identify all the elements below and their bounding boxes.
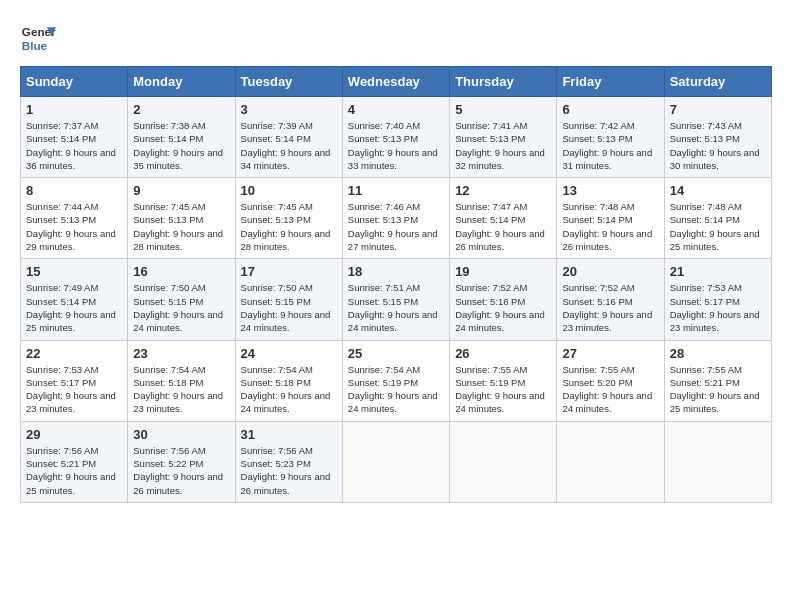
calendar-cell <box>342 421 449 502</box>
calendar-cell: 26Sunrise: 7:55 AMSunset: 5:19 PMDayligh… <box>450 340 557 421</box>
day-number: 25 <box>348 346 444 361</box>
day-info: Sunrise: 7:56 AMSunset: 5:23 PMDaylight:… <box>241 445 331 496</box>
header: General Blue <box>20 20 772 56</box>
logo: General Blue <box>20 20 56 56</box>
calendar-cell: 10Sunrise: 7:45 AMSunset: 5:13 PMDayligh… <box>235 178 342 259</box>
logo-icon: General Blue <box>20 20 56 56</box>
calendar-week-row: 1Sunrise: 7:37 AMSunset: 5:14 PMDaylight… <box>21 97 772 178</box>
calendar-table: SundayMondayTuesdayWednesdayThursdayFrid… <box>20 66 772 503</box>
day-number: 27 <box>562 346 658 361</box>
day-info: Sunrise: 7:45 AMSunset: 5:13 PMDaylight:… <box>241 201 331 252</box>
calendar-cell: 18Sunrise: 7:51 AMSunset: 5:15 PMDayligh… <box>342 259 449 340</box>
calendar-cell: 22Sunrise: 7:53 AMSunset: 5:17 PMDayligh… <box>21 340 128 421</box>
day-info: Sunrise: 7:53 AMSunset: 5:17 PMDaylight:… <box>670 282 760 333</box>
day-info: Sunrise: 7:44 AMSunset: 5:13 PMDaylight:… <box>26 201 116 252</box>
calendar-cell: 13Sunrise: 7:48 AMSunset: 5:14 PMDayligh… <box>557 178 664 259</box>
calendar-week-row: 15Sunrise: 7:49 AMSunset: 5:14 PMDayligh… <box>21 259 772 340</box>
day-number: 11 <box>348 183 444 198</box>
day-number: 5 <box>455 102 551 117</box>
day-number: 30 <box>133 427 229 442</box>
day-info: Sunrise: 7:49 AMSunset: 5:14 PMDaylight:… <box>26 282 116 333</box>
day-info: Sunrise: 7:42 AMSunset: 5:13 PMDaylight:… <box>562 120 652 171</box>
day-info: Sunrise: 7:52 AMSunset: 5:16 PMDaylight:… <box>455 282 545 333</box>
calendar-cell: 21Sunrise: 7:53 AMSunset: 5:17 PMDayligh… <box>664 259 771 340</box>
day-info: Sunrise: 7:37 AMSunset: 5:14 PMDaylight:… <box>26 120 116 171</box>
day-number: 22 <box>26 346 122 361</box>
day-number: 21 <box>670 264 766 279</box>
day-number: 15 <box>26 264 122 279</box>
day-info: Sunrise: 7:50 AMSunset: 5:15 PMDaylight:… <box>133 282 223 333</box>
calendar-week-row: 8Sunrise: 7:44 AMSunset: 5:13 PMDaylight… <box>21 178 772 259</box>
day-info: Sunrise: 7:54 AMSunset: 5:19 PMDaylight:… <box>348 364 438 415</box>
day-number: 9 <box>133 183 229 198</box>
calendar-cell: 1Sunrise: 7:37 AMSunset: 5:14 PMDaylight… <box>21 97 128 178</box>
day-number: 26 <box>455 346 551 361</box>
day-info: Sunrise: 7:56 AMSunset: 5:21 PMDaylight:… <box>26 445 116 496</box>
day-number: 17 <box>241 264 337 279</box>
day-info: Sunrise: 7:38 AMSunset: 5:14 PMDaylight:… <box>133 120 223 171</box>
calendar-cell: 4Sunrise: 7:40 AMSunset: 5:13 PMDaylight… <box>342 97 449 178</box>
calendar-cell <box>450 421 557 502</box>
calendar-cell: 29Sunrise: 7:56 AMSunset: 5:21 PMDayligh… <box>21 421 128 502</box>
day-info: Sunrise: 7:45 AMSunset: 5:13 PMDaylight:… <box>133 201 223 252</box>
weekday-header-friday: Friday <box>557 67 664 97</box>
calendar-cell: 17Sunrise: 7:50 AMSunset: 5:15 PMDayligh… <box>235 259 342 340</box>
day-info: Sunrise: 7:48 AMSunset: 5:14 PMDaylight:… <box>562 201 652 252</box>
weekday-header-monday: Monday <box>128 67 235 97</box>
day-info: Sunrise: 7:52 AMSunset: 5:16 PMDaylight:… <box>562 282 652 333</box>
day-info: Sunrise: 7:43 AMSunset: 5:13 PMDaylight:… <box>670 120 760 171</box>
weekday-header-wednesday: Wednesday <box>342 67 449 97</box>
day-number: 14 <box>670 183 766 198</box>
calendar-cell: 31Sunrise: 7:56 AMSunset: 5:23 PMDayligh… <box>235 421 342 502</box>
calendar-cell: 15Sunrise: 7:49 AMSunset: 5:14 PMDayligh… <box>21 259 128 340</box>
day-info: Sunrise: 7:40 AMSunset: 5:13 PMDaylight:… <box>348 120 438 171</box>
day-number: 20 <box>562 264 658 279</box>
calendar-cell <box>557 421 664 502</box>
day-number: 23 <box>133 346 229 361</box>
calendar-cell: 27Sunrise: 7:55 AMSunset: 5:20 PMDayligh… <box>557 340 664 421</box>
weekday-header-tuesday: Tuesday <box>235 67 342 97</box>
day-info: Sunrise: 7:55 AMSunset: 5:21 PMDaylight:… <box>670 364 760 415</box>
day-number: 1 <box>26 102 122 117</box>
day-info: Sunrise: 7:41 AMSunset: 5:13 PMDaylight:… <box>455 120 545 171</box>
calendar-cell: 16Sunrise: 7:50 AMSunset: 5:15 PMDayligh… <box>128 259 235 340</box>
day-number: 4 <box>348 102 444 117</box>
calendar-cell: 9Sunrise: 7:45 AMSunset: 5:13 PMDaylight… <box>128 178 235 259</box>
day-number: 8 <box>26 183 122 198</box>
day-number: 28 <box>670 346 766 361</box>
day-number: 31 <box>241 427 337 442</box>
day-info: Sunrise: 7:50 AMSunset: 5:15 PMDaylight:… <box>241 282 331 333</box>
calendar-cell: 14Sunrise: 7:48 AMSunset: 5:14 PMDayligh… <box>664 178 771 259</box>
weekday-header-saturday: Saturday <box>664 67 771 97</box>
calendar-cell: 5Sunrise: 7:41 AMSunset: 5:13 PMDaylight… <box>450 97 557 178</box>
day-info: Sunrise: 7:56 AMSunset: 5:22 PMDaylight:… <box>133 445 223 496</box>
day-number: 18 <box>348 264 444 279</box>
calendar-cell: 8Sunrise: 7:44 AMSunset: 5:13 PMDaylight… <box>21 178 128 259</box>
calendar-cell: 20Sunrise: 7:52 AMSunset: 5:16 PMDayligh… <box>557 259 664 340</box>
day-info: Sunrise: 7:55 AMSunset: 5:19 PMDaylight:… <box>455 364 545 415</box>
calendar-week-row: 29Sunrise: 7:56 AMSunset: 5:21 PMDayligh… <box>21 421 772 502</box>
calendar-cell: 11Sunrise: 7:46 AMSunset: 5:13 PMDayligh… <box>342 178 449 259</box>
calendar-week-row: 22Sunrise: 7:53 AMSunset: 5:17 PMDayligh… <box>21 340 772 421</box>
day-number: 3 <box>241 102 337 117</box>
day-number: 19 <box>455 264 551 279</box>
day-info: Sunrise: 7:53 AMSunset: 5:17 PMDaylight:… <box>26 364 116 415</box>
day-info: Sunrise: 7:55 AMSunset: 5:20 PMDaylight:… <box>562 364 652 415</box>
day-number: 29 <box>26 427 122 442</box>
weekday-header-thursday: Thursday <box>450 67 557 97</box>
day-number: 7 <box>670 102 766 117</box>
day-info: Sunrise: 7:39 AMSunset: 5:14 PMDaylight:… <box>241 120 331 171</box>
calendar-cell: 28Sunrise: 7:55 AMSunset: 5:21 PMDayligh… <box>664 340 771 421</box>
calendar-cell: 2Sunrise: 7:38 AMSunset: 5:14 PMDaylight… <box>128 97 235 178</box>
day-info: Sunrise: 7:47 AMSunset: 5:14 PMDaylight:… <box>455 201 545 252</box>
day-info: Sunrise: 7:48 AMSunset: 5:14 PMDaylight:… <box>670 201 760 252</box>
svg-text:Blue: Blue <box>22 39 48 52</box>
calendar-cell <box>664 421 771 502</box>
day-number: 2 <box>133 102 229 117</box>
calendar-cell: 3Sunrise: 7:39 AMSunset: 5:14 PMDaylight… <box>235 97 342 178</box>
day-number: 16 <box>133 264 229 279</box>
day-number: 12 <box>455 183 551 198</box>
calendar-cell: 23Sunrise: 7:54 AMSunset: 5:18 PMDayligh… <box>128 340 235 421</box>
weekday-header-row: SundayMondayTuesdayWednesdayThursdayFrid… <box>21 67 772 97</box>
calendar-cell: 12Sunrise: 7:47 AMSunset: 5:14 PMDayligh… <box>450 178 557 259</box>
